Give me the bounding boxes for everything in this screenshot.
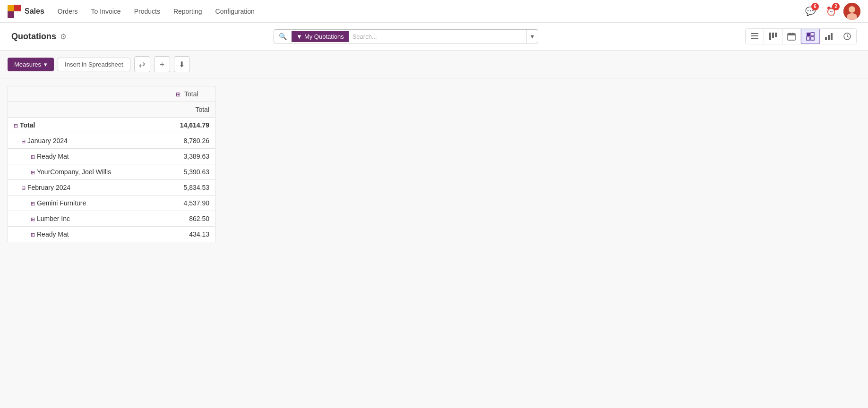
page-title-area: Quotations ⚙: [11, 32, 67, 42]
table-row: ⊟Total14,614.79: [8, 118, 215, 133]
nav-right: 💬 6 ⏰ 2: [802, 3, 860, 20]
search-dropdown-button[interactable]: ▾: [526, 30, 538, 43]
page-header: Quotations ⚙ 🔍 ▼ My Quotations ▾: [0, 23, 868, 51]
row-label-text: February 2024: [27, 184, 70, 191]
collapse-icon[interactable]: ⊟: [21, 185, 26, 191]
collapse-icon[interactable]: ⊟: [14, 123, 18, 128]
row-header-empty: [8, 86, 159, 102]
add-column-button[interactable]: ＋: [154, 56, 170, 72]
graph-view-button[interactable]: [820, 29, 838, 43]
list-icon: [750, 32, 759, 41]
row-label: ⊟January 2024: [8, 133, 159, 149]
svg-rect-8: [772, 33, 774, 38]
col-subheader-empty: [8, 102, 159, 118]
filter-icon: ▼: [296, 33, 302, 40]
expand-icon[interactable]: ⊞: [31, 216, 35, 222]
graph-icon: [825, 32, 833, 41]
nav-products[interactable]: Products: [129, 5, 166, 18]
row-value: 5,390.63: [159, 164, 215, 180]
row-value: 8,780.26: [159, 133, 215, 149]
table-row: ⊟February 20245,834.53: [8, 180, 215, 196]
pivot-view-button[interactable]: [801, 29, 820, 44]
svg-rect-12: [790, 33, 791, 34]
table-row: ⊟January 20248,780.26: [8, 133, 215, 149]
activity-icon: [843, 32, 851, 41]
page-title: Quotations: [11, 32, 56, 42]
row-value: 3,389.63: [159, 149, 215, 164]
row-label: ⊞YourCompany, Joel Willis: [8, 164, 159, 180]
table-row: ⊞Ready Mat3,389.63: [8, 149, 215, 164]
svg-rect-18: [825, 37, 827, 40]
svg-rect-7: [769, 33, 771, 40]
settings-icon[interactable]: ⚙: [60, 32, 67, 41]
row-label-text: Total: [20, 121, 35, 129]
activity-view-button[interactable]: [838, 29, 856, 43]
row-value: 434.13: [159, 227, 215, 242]
row-value: 14,614.79: [159, 118, 215, 133]
activity-badge: 2: [832, 3, 840, 10]
expand-icon[interactable]: ⊞: [31, 170, 35, 175]
view-controls: [745, 28, 857, 44]
search-input[interactable]: [349, 30, 526, 43]
svg-rect-4: [751, 33, 758, 34]
row-label: ⊞Ready Mat: [8, 149, 159, 164]
svg-rect-5: [751, 35, 758, 36]
expand-icon[interactable]: ⊞: [31, 232, 35, 238]
expand-icon[interactable]: ⊞: [31, 154, 35, 160]
table-row: ⊞Ready Mat434.13: [8, 227, 215, 242]
calendar-view-button[interactable]: [782, 29, 801, 43]
nav-to-invoice[interactable]: To Invoice: [86, 5, 127, 18]
svg-rect-15: [811, 33, 814, 36]
insert-spreadsheet-button[interactable]: Insert in Spreadsheet: [58, 58, 130, 71]
row-label: ⊞Ready Mat: [8, 227, 159, 242]
pivot-table: ⊞ Total Total ⊟Total14,614.79⊟January 20…: [8, 86, 215, 242]
svg-rect-14: [807, 33, 810, 36]
app-name: Sales: [25, 7, 44, 16]
measures-button[interactable]: Measures ▾: [8, 58, 54, 71]
adjust-filters-button[interactable]: ⇄: [134, 56, 150, 72]
nav-reporting[interactable]: Reporting: [168, 5, 208, 18]
svg-rect-20: [831, 33, 833, 40]
col-expand-icon[interactable]: ⊞: [176, 91, 180, 98]
messages-badge: 6: [811, 3, 819, 10]
row-label-text: Ready Mat: [37, 153, 69, 160]
measures-label: Measures: [14, 61, 41, 68]
pivot-container: ⊞ Total Total ⊟Total14,614.79⊟January 20…: [0, 78, 868, 250]
download-icon: ⬇: [179, 60, 185, 69]
row-value: 862.50: [159, 211, 215, 227]
svg-rect-16: [807, 37, 810, 40]
nav-configuration[interactable]: Configuration: [210, 5, 260, 18]
activity-button[interactable]: ⏰ 2: [823, 3, 840, 20]
kanban-icon: [769, 32, 777, 41]
row-label-text: January 2024: [27, 137, 68, 144]
kanban-view-button[interactable]: [764, 29, 782, 43]
list-view-button[interactable]: [746, 29, 764, 43]
filter-tag[interactable]: ▼ My Quotations: [292, 31, 349, 42]
app-logo[interactable]: Sales: [8, 5, 44, 18]
row-label-text: YourCompany, Joel Willis: [37, 168, 111, 176]
messages-button[interactable]: 💬 6: [802, 3, 819, 20]
collapse-icon[interactable]: ⊟: [21, 138, 26, 144]
row-label-text: Lumber Inc: [37, 215, 70, 222]
row-label-text: Ready Mat: [37, 230, 69, 238]
expand-icon[interactable]: ⊞: [31, 201, 35, 206]
calendar-icon: [787, 32, 796, 41]
row-value: 4,537.90: [159, 196, 215, 211]
svg-rect-19: [828, 35, 830, 40]
filter-label: My Quotations: [304, 33, 344, 40]
row-label-text: Gemini Furniture: [37, 199, 86, 207]
svg-rect-11: [788, 34, 795, 35]
download-button[interactable]: ⬇: [174, 56, 190, 72]
search-icon: 🔍: [274, 30, 292, 43]
user-avatar[interactable]: [843, 3, 860, 20]
row-label: ⊟February 2024: [8, 180, 159, 196]
row-value: 5,834.53: [159, 180, 215, 196]
nav-links: Orders To Invoice Products Reporting Con…: [52, 5, 802, 18]
row-label: ⊞Gemini Furniture: [8, 196, 159, 211]
measures-chevron-icon: ▾: [44, 61, 47, 68]
col-subheader-total: Total: [159, 102, 215, 118]
nav-orders[interactable]: Orders: [52, 5, 84, 18]
top-navigation: Sales Orders To Invoice Products Reporti…: [0, 0, 868, 23]
plus-icon: ＋: [158, 60, 166, 69]
table-row: ⊞YourCompany, Joel Willis5,390.63: [8, 164, 215, 180]
